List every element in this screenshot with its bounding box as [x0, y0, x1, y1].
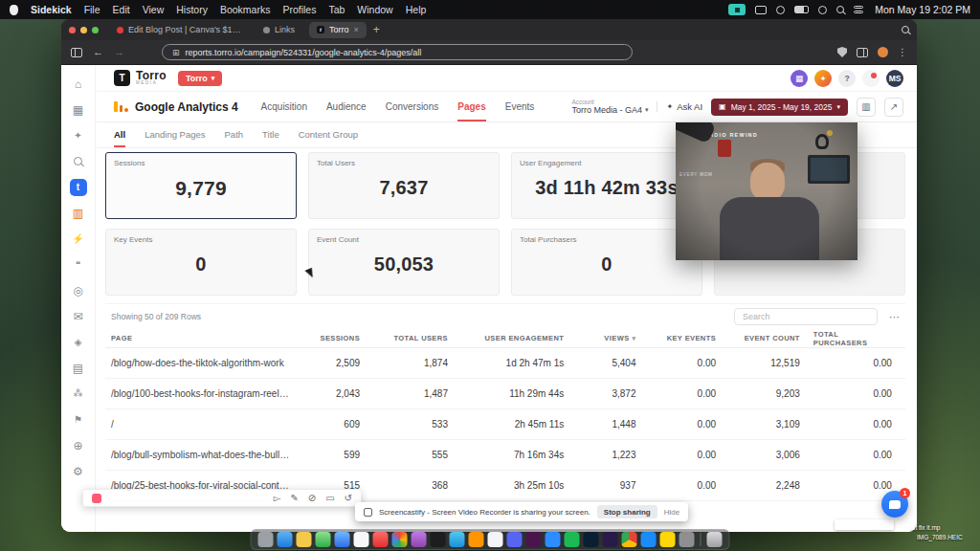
filter-landing-pages[interactable]: Landing Pages — [145, 122, 205, 147]
minimize-window-button[interactable] — [80, 27, 87, 33]
dock-app-icon[interactable] — [660, 532, 676, 547]
table-row[interactable]: /blog/bull-symbolism-what-does-the-bull-… — [105, 440, 905, 471]
share-button[interactable]: ↗ — [884, 98, 903, 117]
forward-icon[interactable]: → — [114, 47, 124, 57]
eraser-tool-icon[interactable]: ⊘ — [308, 494, 316, 503]
dock-app-icon[interactable] — [469, 532, 484, 547]
tab-torro-active[interactable]: t Torro × — [309, 22, 367, 38]
ask-ai-button[interactable]: ✦ Ask AI — [657, 101, 702, 112]
team-icon[interactable]: ⁂ — [61, 381, 95, 407]
dock-app-icon[interactable] — [258, 532, 274, 547]
spotlight-search-icon[interactable] — [836, 6, 844, 13]
display-status-icon[interactable] — [755, 6, 767, 14]
column-sessions[interactable]: SESSIONS — [305, 334, 373, 342]
battery-icon[interactable] — [794, 6, 809, 13]
dock-app-icon[interactable] — [316, 532, 331, 547]
dock-trash-icon[interactable] — [707, 532, 723, 547]
documents-icon[interactable]: ▤ — [61, 355, 95, 381]
control-center-icon[interactable] — [854, 6, 863, 14]
chat-icon[interactable]: ❝ — [61, 252, 95, 277]
close-window-button[interactable] — [69, 27, 76, 33]
dock-app-icon[interactable] — [507, 532, 523, 547]
tab-close-icon[interactable]: × — [354, 25, 359, 34]
torro-logo-icon[interactable]: T — [114, 70, 130, 86]
help-button[interactable]: ? — [838, 70, 856, 87]
back-icon[interactable]: ← — [93, 47, 103, 57]
filter-content-group[interactable]: Content Group — [299, 122, 358, 147]
table-search-input[interactable] — [734, 308, 878, 325]
metric-card-sessions[interactable]: Sessions 9,779 — [105, 152, 297, 219]
table-row[interactable]: /blog/how-does-the-tiktok-algorithm-work… — [105, 348, 905, 379]
dock-app-icon[interactable] — [431, 532, 446, 547]
color-swatch-button[interactable] — [92, 494, 101, 503]
metric-card-total-purchasers[interactable]: Total Purchasers 0 — [511, 229, 702, 296]
column-total-users[interactable]: TOTAL USERS — [373, 334, 461, 342]
stop-sharing-button[interactable]: Stop sharing — [597, 505, 657, 518]
cell-page[interactable]: / — [105, 419, 305, 430]
columns-button[interactable]: ▥ — [857, 98, 876, 117]
table-row[interactable]: /blog/100-best-hooks-for-instagram-reels… — [105, 379, 905, 409]
workspace-selector-button[interactable]: Torro ▾ — [178, 71, 222, 86]
dock-app-icon[interactable] — [622, 532, 637, 547]
metric-card-key-events[interactable]: Key Events 0 — [105, 229, 297, 296]
column-key-events[interactable]: KEY EVENTS — [649, 334, 729, 342]
shape-tool-icon[interactable]: ▭ — [325, 494, 334, 503]
dock-app-icon[interactable] — [297, 532, 312, 547]
tab-search-icon[interactable] — [902, 26, 909, 33]
integrations-icon[interactable]: ⊕ — [61, 432, 95, 458]
browser-profile-avatar[interactable] — [878, 47, 888, 57]
dock-app-icon[interactable] — [278, 532, 293, 547]
dock-app-icon[interactable] — [450, 532, 465, 547]
menu-edit[interactable]: Edit — [113, 4, 130, 15]
column-views[interactable]: VIEWS▾ — [577, 334, 649, 342]
table-row[interactable]: / 609 533 2h 45m 11s 1,448 0.00 3,109 0.… — [105, 409, 905, 440]
analytics-icon[interactable]: ▥ — [61, 200, 95, 226]
dock-app-icon[interactable] — [565, 532, 580, 547]
url-bar[interactable]: ⊞ reports.torro.io/campaign/524331/googl… — [162, 44, 633, 60]
undo-tool-icon[interactable]: ↺ — [345, 494, 352, 503]
menu-view[interactable]: View — [143, 4, 165, 15]
dock-app-icon[interactable] — [603, 532, 618, 547]
menu-profiles[interactable]: Profiles — [282, 4, 316, 15]
table-more-icon[interactable]: ⋯ — [889, 311, 900, 323]
menu-window[interactable]: Window — [357, 4, 392, 15]
dock-app-icon[interactable] — [526, 532, 542, 547]
cell-page[interactable]: /blog/bull-symbolism-what-does-the-bull-… — [105, 450, 305, 460]
settings-gear-icon[interactable]: ⚙ — [61, 458, 95, 484]
filter-path[interactable]: Path — [225, 122, 244, 147]
browser-menu-icon[interactable]: ⋮ — [898, 47, 907, 57]
dock-app-icon[interactable] — [412, 532, 427, 547]
desktop-file-label[interactable]: ...t fix it.mp — [910, 524, 940, 531]
apple-logo-icon[interactable] — [10, 5, 18, 15]
zoom-window-button[interactable] — [92, 27, 99, 33]
dock-app-icon[interactable] — [488, 532, 503, 547]
column-page[interactable]: PAGE — [105, 334, 305, 342]
hide-button[interactable]: Hide — [664, 508, 679, 517]
mail-icon[interactable]: ✉ — [61, 303, 95, 329]
tab-links[interactable]: Links — [256, 22, 302, 38]
cell-page[interactable]: /blog/how-does-the-tiktok-algorithm-work — [105, 358, 305, 368]
dock-app-icon[interactable] — [641, 532, 657, 547]
desktop-file-thumbnail[interactable] — [835, 519, 894, 530]
menu-tab[interactable]: Tab — [328, 4, 345, 15]
tab-pages[interactable]: Pages — [457, 92, 485, 121]
new-tab-button[interactable]: + — [373, 23, 380, 36]
pen-tool-icon[interactable]: ✎ — [290, 494, 298, 503]
wifi-icon[interactable] — [818, 6, 827, 14]
desktop-file-label[interactable]: IMG_7089.HEIC — [917, 534, 963, 540]
menu-history[interactable]: History — [176, 4, 208, 15]
home-icon[interactable]: ⌂ — [61, 71, 95, 97]
apps-grid-icon[interactable]: ▦ — [61, 97, 95, 122]
column-total-purchasers[interactable]: TOTAL PURCHASERS — [813, 330, 905, 347]
tab-audience[interactable]: Audience — [326, 92, 367, 121]
menu-file[interactable]: File — [84, 4, 100, 15]
dock-app-icon[interactable] — [584, 532, 599, 547]
dock-app-icon[interactable] — [354, 532, 369, 547]
search-icon[interactable] — [61, 148, 95, 174]
metric-card-total-users[interactable]: Total Users 7,637 — [308, 152, 500, 219]
chat-launcher-button[interactable]: 1 — [881, 491, 908, 518]
location-pin-icon[interactable]: ◈ — [61, 329, 95, 355]
filter-all[interactable]: All — [114, 122, 125, 147]
screen-recording-indicator[interactable] — [728, 4, 746, 15]
dock-app-icon[interactable] — [546, 532, 561, 547]
